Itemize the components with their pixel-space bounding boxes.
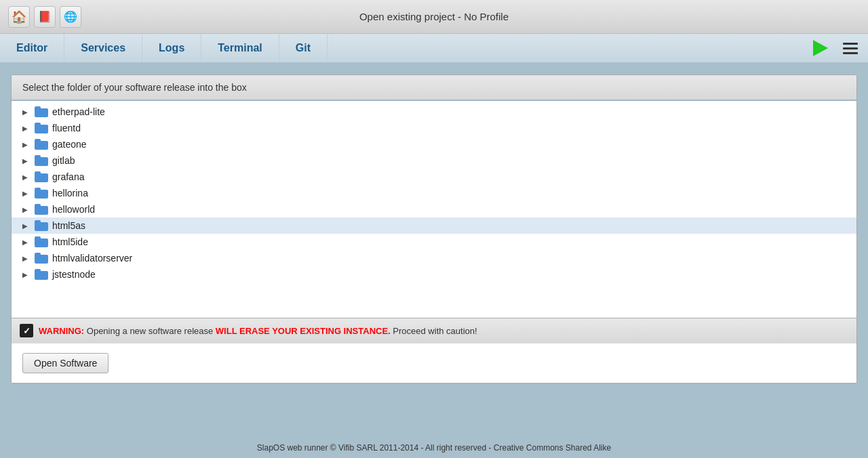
- tree-item[interactable]: ▶ grafana: [12, 169, 856, 185]
- nav-actions: [808, 34, 863, 62]
- expand-arrow-icon: ▶: [20, 236, 31, 247]
- tree-item[interactable]: ▶ html5as: [12, 217, 856, 234]
- expand-arrow-icon: ▶: [20, 204, 31, 215]
- expand-arrow-icon: ▶: [20, 139, 31, 150]
- tree-item[interactable]: ▶ hellorina: [12, 185, 856, 201]
- title-bar: 🏠 📕 🌐 Open existing project - No Profile: [0, 0, 868, 34]
- folder-name: htmlvalidatorserver: [52, 253, 132, 264]
- expand-arrow-icon: ▶: [20, 188, 31, 199]
- folder-name: html5as: [52, 220, 85, 231]
- folder-icon: [35, 123, 48, 133]
- menu-button[interactable]: [838, 37, 863, 59]
- book-button[interactable]: 📕: [34, 6, 56, 28]
- tree-item[interactable]: ▶ jstestnode: [12, 266, 856, 283]
- tree-item[interactable]: ▶ fluentd: [12, 120, 856, 136]
- logs-tab[interactable]: Logs: [142, 34, 201, 62]
- expand-arrow-icon: ▶: [20, 106, 31, 117]
- folder-icon: [35, 204, 48, 215]
- file-tree[interactable]: ▶ etherpad-lite ▶ fluentd ▶ gateone ▶ gi…: [12, 101, 856, 318]
- expand-arrow-icon: ▶: [20, 123, 31, 133]
- globe-button[interactable]: 🌐: [60, 6, 81, 28]
- play-button[interactable]: [808, 37, 833, 59]
- expand-arrow-icon: ▶: [20, 253, 31, 264]
- folder-name: gitlab: [52, 155, 75, 166]
- tree-item[interactable]: ▶ htmlvalidatorserver: [12, 250, 856, 266]
- book-icon: 📕: [38, 10, 52, 23]
- folder-icon: [35, 155, 48, 166]
- folder-icon: [35, 106, 48, 117]
- tree-item[interactable]: ▶ gateone: [12, 136, 856, 152]
- instruction-bar: Select the folder of your software relea…: [12, 75, 856, 101]
- folder-icon: [35, 236, 48, 247]
- tree-item[interactable]: ▶ html5ide: [12, 234, 856, 250]
- folder-icon: [35, 139, 48, 150]
- expand-arrow-icon: ▶: [20, 155, 31, 166]
- folder-icon: [35, 188, 48, 199]
- globe-icon: 🌐: [64, 10, 77, 23]
- folder-icon: [35, 253, 48, 264]
- folder-name: gateone: [52, 139, 87, 150]
- tree-item[interactable]: ▶ etherpad-lite: [12, 104, 856, 120]
- warning-bar: WARNING: Opening a new software release …: [12, 318, 856, 343]
- window-title: Open existing project - No Profile: [359, 11, 509, 22]
- tree-item[interactable]: ▶ gitlab: [12, 152, 856, 169]
- services-tab[interactable]: Services: [64, 34, 142, 62]
- play-icon: [813, 40, 828, 56]
- expand-arrow-icon: ▶: [20, 171, 31, 182]
- home-button[interactable]: 🏠: [8, 6, 30, 28]
- home-icon: 🏠: [12, 9, 26, 24]
- folder-name: helloworld: [52, 204, 95, 215]
- warning-check-icon: [20, 324, 33, 337]
- open-software-button[interactable]: Open Software: [22, 353, 108, 373]
- footer: SlapOS web runner © Vifib SARL 2011-2014…: [0, 438, 868, 458]
- expand-arrow-icon: ▶: [20, 220, 31, 231]
- editor-tab[interactable]: Editor: [0, 34, 64, 62]
- menu-icon: [843, 47, 858, 49]
- folder-name: hellorina: [52, 188, 88, 199]
- warning-text: WARNING: Opening a new software release …: [39, 326, 477, 336]
- folder-icon: [35, 220, 48, 231]
- menu-icon: [843, 43, 858, 45]
- folder-icon: [35, 171, 48, 182]
- tree-item[interactable]: ▶ helloworld: [12, 201, 856, 217]
- folder-name: etherpad-lite: [52, 106, 105, 117]
- folder-name: jstestnode: [52, 269, 96, 280]
- nav-bar: Editor Services Logs Terminal Git: [0, 34, 868, 64]
- folder-name: fluentd: [52, 123, 81, 133]
- action-area: Open Software: [12, 343, 856, 383]
- folder-name: html5ide: [52, 236, 88, 247]
- folder-name: grafana: [52, 171, 84, 182]
- terminal-tab[interactable]: Terminal: [201, 34, 279, 62]
- git-tab[interactable]: Git: [279, 34, 328, 62]
- folder-icon: [35, 269, 48, 280]
- menu-icon: [843, 52, 858, 54]
- title-bar-icons: 🏠 📕 🌐: [8, 6, 81, 28]
- expand-arrow-icon: ▶: [20, 269, 31, 280]
